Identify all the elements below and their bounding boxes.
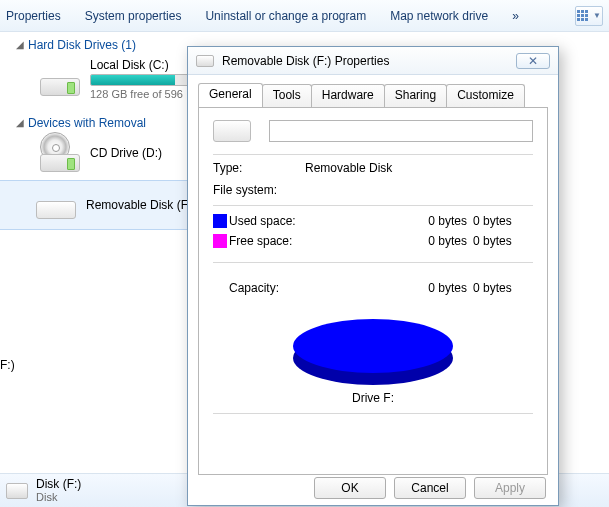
capacity-label: Capacity:: [229, 281, 319, 295]
drive-info: Local Disk (C:) 128 GB free of 596: [90, 58, 200, 100]
close-icon: ✕: [528, 54, 538, 68]
drive-name: Removable Disk (F: [86, 198, 188, 212]
used-space-swatch: [213, 214, 227, 228]
tab-sharing[interactable]: Sharing: [384, 84, 447, 108]
section-label: Devices with Removal: [28, 116, 146, 130]
cancel-button[interactable]: Cancel: [394, 477, 466, 499]
type-label: Type:: [213, 161, 293, 175]
tree-node-f[interactable]: F:): [0, 358, 15, 372]
filesystem-label: File system:: [213, 183, 293, 197]
collapse-icon: ◢: [16, 117, 24, 128]
chevron-down-icon: ▼: [593, 11, 601, 20]
drive-name: CD Drive (D:): [90, 146, 162, 160]
free-space-label: Free space:: [229, 234, 319, 248]
toolbar-map-network-drive[interactable]: Map network drive: [390, 9, 488, 23]
drive-icon: [196, 55, 214, 67]
free-space-swatch: [213, 234, 227, 248]
capacity-human: 0 bytes: [473, 281, 533, 295]
close-button[interactable]: ✕: [516, 53, 550, 69]
hdd-icon: [40, 62, 80, 96]
grid-icon: [577, 10, 591, 22]
tab-general[interactable]: General: [198, 83, 263, 107]
status-subtitle: Disk: [36, 491, 81, 504]
drive-removable-f[interactable]: Removable Disk (F: [0, 180, 189, 230]
toolbar-uninstall[interactable]: Uninstall or change a program: [205, 9, 366, 23]
toolbar-system-properties[interactable]: System properties: [85, 9, 182, 23]
dialog-buttons: OK Cancel Apply: [314, 477, 546, 499]
apply-button[interactable]: Apply: [474, 477, 546, 499]
drive-subtext: 128 GB free of 596: [90, 88, 200, 100]
dialog-tabs: General Tools Hardware Sharing Customize: [188, 75, 558, 107]
pie-caption: Drive F:: [213, 389, 533, 405]
drive-name: Local Disk (C:): [90, 58, 200, 72]
view-options-button[interactable]: ▼: [575, 6, 603, 26]
toolbar-properties[interactable]: Properties: [6, 9, 61, 23]
dialog-title: Removable Disk (F:) Properties: [222, 54, 508, 68]
ok-button[interactable]: OK: [314, 477, 386, 499]
dialog-titlebar[interactable]: Removable Disk (F:) Properties ✕: [188, 47, 558, 75]
used-space-label: Used space:: [229, 214, 319, 228]
used-space-bytes: 0 bytes: [319, 214, 473, 228]
usage-pie-chart: [293, 313, 453, 385]
toolbar-overflow[interactable]: »: [512, 9, 519, 23]
removable-disk-icon: [6, 483, 28, 499]
capacity-bar: [90, 74, 200, 86]
collapse-icon: ◢: [16, 39, 24, 50]
tab-tools[interactable]: Tools: [262, 84, 312, 108]
free-space-human: 0 bytes: [473, 234, 533, 248]
volume-label-input[interactable]: [269, 120, 533, 142]
status-title: Disk (F:): [36, 478, 81, 491]
used-space-human: 0 bytes: [473, 214, 533, 228]
explorer-toolbar: Properties System properties Uninstall o…: [0, 0, 609, 32]
tab-hardware[interactable]: Hardware: [311, 84, 385, 108]
tree-node-label: F:): [0, 358, 15, 372]
free-space-bytes: 0 bytes: [319, 234, 473, 248]
type-value: Removable Disk: [305, 161, 392, 175]
removable-disk-icon: [36, 191, 76, 219]
tab-panel-general: Type: Removable Disk File system: Used s…: [198, 107, 548, 475]
drive-icon: [213, 120, 251, 142]
properties-dialog: Removable Disk (F:) Properties ✕ General…: [187, 46, 559, 506]
tab-customize[interactable]: Customize: [446, 84, 525, 108]
section-label: Hard Disk Drives (1): [28, 38, 136, 52]
capacity-bytes: 0 bytes: [319, 281, 473, 295]
cd-icon: [40, 136, 80, 170]
